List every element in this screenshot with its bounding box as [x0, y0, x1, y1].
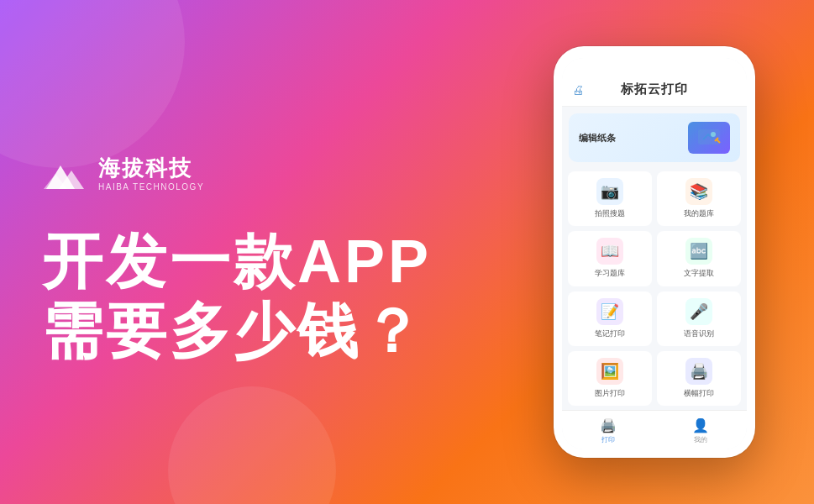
- tab-bar: 🖨️ 打印 👤 我的: [562, 410, 747, 449]
- logo-en: HAIBA TECHNOLOGY: [98, 182, 204, 192]
- svg-point-4: [711, 132, 716, 137]
- featured-banner[interactable]: 编辑纸条: [569, 113, 740, 162]
- printer-icon: 🖨: [572, 83, 584, 97]
- grid-item-3[interactable]: 🔤 文字提取: [657, 231, 741, 286]
- icons-grid: 📷 拍照搜题 📚 我的题库 📖 学习题库 🔤 文字提取 📝 笔记打印 🎤 语音识…: [562, 165, 747, 408]
- grid-icon-3: 🔤: [685, 238, 712, 265]
- tab-item-0[interactable]: 🖨️ 打印: [600, 417, 617, 444]
- grid-icon-1: 📚: [685, 178, 712, 205]
- grid-item-2[interactable]: 📖 学习题库: [568, 231, 652, 286]
- banner-svg-icon: [696, 128, 722, 148]
- title-line1: 开发一款APP: [42, 227, 512, 297]
- grid-item-0[interactable]: 📷 拍照搜题: [568, 171, 652, 226]
- grid-label-3: 文字提取: [684, 268, 714, 279]
- svg-rect-3: [698, 129, 720, 144]
- grid-icon-6: 🖼️: [596, 358, 623, 385]
- grid-item-4[interactable]: 📝 笔记打印: [568, 291, 652, 346]
- grid-label-6: 图片打印: [595, 388, 625, 399]
- grid-icon-5: 🎤: [685, 298, 712, 325]
- phone-screen: 🖨 标拓云打印 编辑纸条: [562, 58, 747, 449]
- grid-icon-7: 🖨️: [685, 358, 712, 385]
- grid-icon-4: 📝: [596, 298, 623, 325]
- tab-icon-0: 🖨️: [600, 417, 617, 433]
- grid-label-2: 学习题库: [595, 268, 625, 279]
- grid-item-1[interactable]: 📚 我的题库: [657, 171, 741, 226]
- main-title: 开发一款APP 需要多少钱？: [42, 227, 512, 366]
- grid-icon-2: 📖: [596, 238, 623, 265]
- title-line2: 需要多少钱？: [42, 297, 512, 366]
- logo-text: 海拔科技 HAIBA TECHNOLOGY: [98, 156, 204, 192]
- tab-item-1[interactable]: 👤 我的: [692, 417, 709, 444]
- banner-label: 编辑纸条: [579, 132, 616, 144]
- app-title: 标拓云打印: [621, 81, 688, 97]
- grid-item-7[interactable]: 🖨️ 横幅打印: [657, 351, 741, 406]
- grid-label-4: 笔记打印: [595, 328, 625, 339]
- grid-label-5: 语音识别: [684, 328, 714, 339]
- grid-label-1: 我的题库: [684, 208, 714, 219]
- background: 海拔科技 HAIBA TECHNOLOGY 开发一款APP 需要多少钱？ 🖨 标…: [0, 0, 814, 504]
- grid-item-6[interactable]: 🖼️ 图片打印: [568, 351, 652, 406]
- tab-label-0: 打印: [601, 435, 615, 444]
- grid-item-5[interactable]: 🎤 语音识别: [657, 291, 741, 346]
- left-panel: 海拔科技 HAIBA TECHNOLOGY 开发一款APP 需要多少钱？: [42, 139, 512, 366]
- phone-mockup: 🖨 标拓云打印 编辑纸条: [545, 46, 764, 458]
- banner-image: [688, 122, 730, 154]
- phone-outer: 🖨 标拓云打印 编辑纸条: [554, 46, 755, 458]
- tab-label-1: 我的: [694, 435, 707, 444]
- logo-cn: 海拔科技: [98, 156, 204, 181]
- grid-label-0: 拍照搜题: [595, 208, 625, 219]
- tab-icon-1: 👤: [692, 417, 709, 433]
- grid-label-7: 横幅打印: [684, 388, 714, 399]
- logo-area: 海拔科技 HAIBA TECHNOLOGY: [42, 155, 512, 193]
- app-header: 🖨 标拓云打印: [562, 58, 747, 107]
- grid-icon-0: 📷: [596, 178, 623, 205]
- deco-circle-2: [168, 386, 336, 504]
